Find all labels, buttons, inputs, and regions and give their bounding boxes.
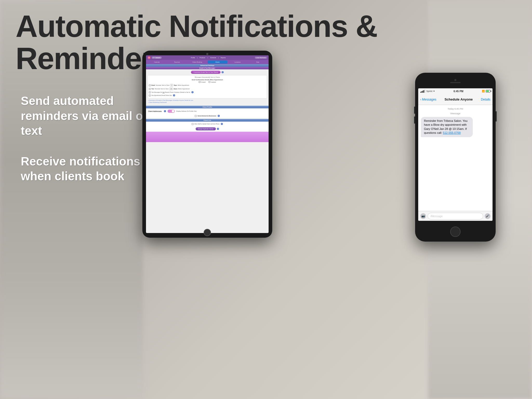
updated-checkbox[interactable] bbox=[209, 81, 210, 83]
tab-payment[interactable]: Payment bbox=[167, 61, 187, 64]
volume-down-button[interactable] bbox=[414, 116, 415, 124]
address-display-toggle[interactable] bbox=[168, 110, 175, 113]
email-text-messages-header: Email & Text Messages bbox=[146, 67, 269, 69]
created-label: Created bbox=[201, 81, 206, 83]
left-text-line2: Receive notifications when clients book bbox=[21, 154, 151, 184]
businesses-checkbox[interactable] bbox=[195, 115, 197, 117]
signal-bar-1 bbox=[420, 92, 421, 93]
upload-list-info[interactable]: ? bbox=[221, 123, 223, 125]
customize-emails-button[interactable]: Customize Emails Sent to Your Clients bbox=[191, 71, 221, 74]
nav-profile[interactable]: Profile bbox=[191, 57, 195, 58]
client-list-section: Client List Allow Staff to Upload Client… bbox=[146, 119, 269, 132]
upload-list-row: Allow Staff to Upload Client List from P… bbox=[146, 122, 269, 126]
phone-link[interactable]: 512-555-0700 bbox=[443, 131, 461, 134]
imessage-body: Today 6:45 PM iMessage Reminder from Tri… bbox=[418, 105, 493, 211]
phone-speaker bbox=[450, 82, 461, 83]
back-button[interactable]: ‹ Messages bbox=[420, 98, 436, 101]
marketing-link[interactable]: Client Marketing Dashboard bbox=[148, 102, 267, 103]
updated-label: Updated bbox=[211, 81, 216, 83]
display-address-label: Display Address On Profile Only bbox=[176, 110, 197, 112]
details-button[interactable]: Details bbox=[481, 98, 490, 101]
toggle-thumb bbox=[172, 110, 174, 112]
merge-duplicate-button[interactable]: Merge Duplicate Clients bbox=[196, 127, 216, 130]
created-checkbox[interactable] bbox=[199, 81, 201, 83]
carrier-label bbox=[420, 90, 425, 93]
tab-calendar[interactable]: Calendar bbox=[147, 61, 167, 64]
businesses-info[interactable]: ? bbox=[218, 115, 220, 117]
customize-button-container: Customize Emails Sent to Your Clients ? bbox=[146, 69, 269, 75]
search-text: Search bbox=[156, 57, 160, 58]
phone-device: Sprint ✦ 6:45 PM 📶 ‹ Messages bbox=[415, 73, 496, 242]
tab-help[interactable]: Help bbox=[248, 61, 268, 64]
tablet-home-button[interactable] bbox=[204, 229, 211, 236]
text-reminder-checkbox[interactable] bbox=[149, 88, 151, 90]
message-bubble: Reminder from Tribeca Salon. You have a … bbox=[421, 117, 473, 137]
left-text-block: Send automated reminders via email or te… bbox=[21, 94, 151, 200]
client-addresses-row: Client Addresses ? Display Address On Pr… bbox=[146, 108, 269, 114]
tablet-search[interactable]: 🔍 Search bbox=[152, 57, 162, 59]
phone-home-button[interactable] bbox=[450, 227, 461, 237]
nav-separator3: | bbox=[218, 57, 218, 58]
follow-up-row: Has Appointment Email Follow-Ups ? bbox=[149, 94, 266, 97]
message-date: Today 6:45 PM bbox=[421, 108, 490, 110]
nav-reports[interactable]: Reports bbox=[221, 57, 225, 58]
text-reminder-row: Text Reminder Sent to Client 18 Hours Be… bbox=[149, 87, 266, 90]
mic-icon[interactable]: 🎤 bbox=[485, 213, 490, 219]
power-button[interactable] bbox=[496, 111, 497, 122]
upload-list-label: Allow Staff to Upload Client List from P… bbox=[194, 123, 220, 125]
tab-clients[interactable]: Clients bbox=[208, 61, 227, 64]
follow-up-checkbox[interactable] bbox=[149, 95, 151, 96]
client-addresses-info[interactable]: ? bbox=[164, 110, 166, 112]
text-reminder-unit: Hours bbox=[174, 88, 177, 90]
nav-schedule[interactable]: Schedule bbox=[210, 57, 216, 58]
phone-outer-frame: Sprint ✦ 6:45 PM 📶 ‹ Messages bbox=[415, 73, 496, 242]
cb-created: Created bbox=[199, 81, 206, 83]
opt-in-row: Text Messages Do Not Require Phone Compa… bbox=[149, 91, 266, 94]
send-confirmation-label: Send Confirmation Emails When Appointmen… bbox=[149, 79, 266, 81]
merge-button-container: Merge Duplicate Clients ? bbox=[146, 126, 269, 132]
opt-in-checkbox[interactable] bbox=[149, 91, 151, 93]
nav-products[interactable]: Products bbox=[200, 57, 205, 58]
main-content: Automatic Notifications & Reminders Send… bbox=[0, 0, 532, 399]
signal-bar-2 bbox=[421, 91, 422, 93]
messages-auto-title: Messages Automatically Sent to Clients bbox=[149, 76, 266, 78]
customize-info-icon[interactable]: ? bbox=[222, 71, 224, 73]
upload-list-checkbox[interactable] bbox=[192, 123, 194, 125]
client-list-header: Client List bbox=[146, 119, 269, 122]
follow-up-label: Has Appointment Email Follow-Ups bbox=[151, 95, 172, 96]
tablet-topbar-left: SA 🔍 Search bbox=[148, 56, 162, 59]
email-reminder-checkbox[interactable] bbox=[149, 84, 151, 86]
nav-separator: | bbox=[197, 57, 197, 58]
signal-bar-4 bbox=[423, 90, 424, 93]
phone-screen: Sprint ✦ 6:45 PM 📶 ‹ Messages bbox=[418, 88, 493, 221]
follow-up-info-icon[interactable]: ? bbox=[173, 94, 175, 96]
merge-info[interactable]: ? bbox=[217, 128, 219, 130]
email-reminder-days-input[interactable]: 2 bbox=[170, 84, 173, 87]
client-addresses-label: Client Addresses bbox=[148, 110, 162, 112]
email-reminder-unit: Days bbox=[174, 84, 177, 86]
tab-online-booking[interactable]: Online Booking bbox=[187, 61, 207, 64]
tab-locations[interactable]: Locations bbox=[228, 61, 248, 64]
tablet-footer bbox=[146, 132, 269, 142]
tablet-location: Lower Manhattan bbox=[255, 57, 267, 59]
camera-icon[interactable]: 📷 bbox=[420, 213, 426, 219]
some-businesses-row: Some Clients Are Businesses ? bbox=[146, 114, 269, 118]
imessage-label: iMessage bbox=[421, 112, 490, 115]
confirmation-checkboxes: Created Updated bbox=[149, 81, 266, 83]
ios-input-bar: 📷 iMessage 🎤 bbox=[418, 211, 493, 221]
text-reminder-label: Reminder Sent to Client bbox=[155, 88, 169, 90]
volume-up-button[interactable] bbox=[414, 107, 415, 114]
signal-bar-3 bbox=[422, 91, 423, 93]
opt-in-info-icon[interactable]: ? bbox=[191, 91, 194, 93]
imessage-input[interactable]: iMessage bbox=[428, 213, 483, 220]
advanced-settings-header: Advanced Settings bbox=[146, 64, 269, 67]
email-reminder-type: Email bbox=[151, 84, 155, 86]
signal-bars bbox=[420, 90, 425, 93]
tablet-links: Overview of Emails & Text Messages Sched… bbox=[146, 98, 269, 105]
text-reminder-hours-input[interactable]: 18 bbox=[169, 88, 173, 90]
app-logo: SA bbox=[148, 56, 151, 59]
overview-link[interactable]: Overview of Emails & Text Messages Sched… bbox=[148, 99, 267, 101]
status-time: 6:45 PM bbox=[454, 90, 463, 93]
back-chevron-icon: ‹ bbox=[420, 98, 421, 101]
tablet-screen: SA 🔍 Search Profile | Products + Schedul… bbox=[146, 55, 269, 233]
